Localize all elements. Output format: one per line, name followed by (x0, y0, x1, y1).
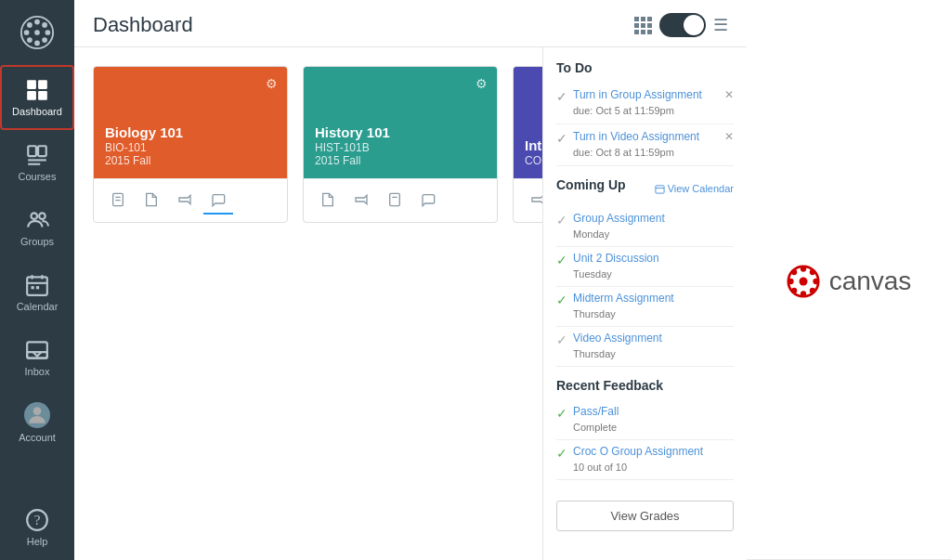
course-assignments-icon-bio101[interactable] (103, 187, 133, 215)
sidebar-item-account[interactable]: Account (0, 390, 74, 455)
feedback-text-0: Pass/Fall Complete (573, 405, 734, 435)
todo-text-1: Turn in Video Assignment due: Oct 8 at 1… (573, 130, 719, 160)
course-gear-hist101[interactable]: ⚙ (476, 76, 488, 91)
course-card-bio101: ⚙ Biology 101 BIO-101 2015 Fall (93, 66, 288, 223)
course-header-hist101: ⚙ History 101 HIST-101B 2015 Fall (304, 67, 497, 178)
coming-link-0[interactable]: Group Assignment (573, 212, 734, 225)
course-footer-comm1010 (514, 178, 542, 222)
course-code-bio101: BIO-101 (105, 141, 276, 154)
course-announcements-icon-hist101[interactable] (346, 187, 376, 215)
header: Dashboard ☰ (74, 0, 747, 47)
todo-section: To Do ✓ Turn in Group Assignment due: Oc… (556, 60, 734, 166)
svg-point-9 (42, 22, 47, 28)
coming-up-section: Coming Up View Calendar ✓ Group Assignme… (556, 177, 734, 367)
grid-view-icon[interactable] (634, 17, 652, 34)
todo-title: To Do (556, 60, 734, 75)
menu-icon[interactable]: ☰ (713, 15, 728, 35)
coming-link-3[interactable]: Video Assignment (573, 332, 734, 345)
course-code-comm1010: COMM 1010 (525, 154, 542, 167)
right-panel: To Do ✓ Turn in Group Assignment due: Oc… (542, 47, 747, 560)
course-announcements-icon-comm1010[interactable] (523, 187, 542, 215)
canvas-logo-panel: canvas (747, 0, 951, 560)
coming-link-2[interactable]: Midterm Assignment (573, 292, 734, 305)
view-calendar-label: View Calendar (668, 183, 734, 194)
svg-rect-15 (38, 146, 46, 156)
course-discussions-icon-hist101[interactable] (413, 187, 443, 215)
page-title: Dashboard (93, 13, 634, 37)
todo-check-icon-0: ✓ (556, 89, 567, 104)
coming-text-3: Video Assignment Thursday (573, 332, 734, 361)
todo-link-1[interactable]: Turn in Video Assignment (573, 130, 719, 143)
todo-close-0[interactable]: ✕ (724, 88, 734, 101)
feedback-link-1[interactable]: Croc O Group Assignment (573, 445, 734, 458)
svg-point-41 (800, 266, 805, 271)
svg-point-2 (34, 20, 40, 25)
coming-check-icon-2: ✓ (556, 293, 567, 307)
sidebar-item-courses[interactable]: Courses (0, 130, 74, 195)
todo-text-0: Turn in Group Assignment due: Oct 5 at 1… (573, 88, 719, 118)
svg-point-45 (791, 269, 797, 275)
coming-day-2: Thursday (573, 308, 616, 319)
svg-point-48 (791, 288, 797, 293)
sidebar-item-inbox[interactable]: Inbox (0, 325, 74, 390)
coming-text-1: Unit 2 Discussion Tuesday (573, 252, 734, 281)
sidebar-item-inbox-label: Inbox (25, 366, 50, 377)
svg-rect-12 (27, 91, 36, 100)
todo-close-1[interactable]: ✕ (724, 130, 734, 143)
course-assignments-icon-hist101[interactable] (380, 187, 410, 215)
course-gear-bio101[interactable]: ⚙ (266, 76, 278, 91)
coming-up-title: Coming Up (556, 177, 626, 192)
course-term-bio101: 2015 Fall (105, 154, 276, 167)
feedback-sub-0: Complete (573, 422, 617, 433)
feedback-link-0[interactable]: Pass/Fall (573, 405, 734, 418)
canvas-logo-svg (787, 265, 820, 298)
course-footer-hist101 (304, 178, 497, 222)
feedback-check-icon-0: ✓ (556, 406, 567, 421)
view-toggle[interactable] (659, 13, 706, 37)
todo-check-icon-1: ✓ (556, 131, 567, 146)
coming-item-3: ✓ Video Assignment Thursday (556, 327, 734, 367)
coming-item-2: ✓ Midterm Assignment Thursday (556, 287, 734, 327)
svg-rect-13 (38, 91, 47, 100)
header-controls: ☰ (634, 13, 728, 37)
todo-link-0[interactable]: Turn in Group Assignment (573, 88, 719, 101)
todo-item-1: ✓ Turn in Video Assignment due: Oct 8 at… (556, 124, 734, 166)
course-name-hist101: History 101 (315, 124, 486, 141)
svg-point-46 (809, 288, 814, 293)
view-grades-button[interactable]: View Grades (556, 501, 734, 531)
sidebar-item-help[interactable]: ? Help (0, 495, 74, 560)
sidebar-logo (0, 0, 74, 65)
sidebar-item-groups-label: Groups (20, 236, 54, 247)
feedback-item-0: ✓ Pass/Fall Complete (556, 400, 734, 440)
svg-text:?: ? (34, 512, 41, 527)
view-calendar-link[interactable]: View Calendar (655, 183, 734, 194)
course-files-icon-hist101[interactable] (313, 187, 343, 215)
coming-item-0: ✓ Group Assignment Monday (556, 207, 734, 247)
course-files-icon-bio101[interactable] (137, 187, 166, 215)
courses-area: ⚙ Biology 101 BIO-101 2015 Fall (74, 47, 542, 560)
courses-grid: ⚙ Biology 101 BIO-101 2015 Fall (93, 66, 524, 223)
svg-point-44 (813, 279, 818, 284)
sidebar-item-dashboard[interactable]: Dashboard (0, 65, 74, 130)
sidebar-help-label: Help (27, 536, 48, 547)
feedback-item-1: ✓ Croc O Group Assignment 10 out of 10 (556, 440, 734, 480)
sidebar-item-groups[interactable]: Groups (0, 195, 74, 260)
sidebar-item-account-label: Account (19, 432, 56, 443)
coming-item-1: ✓ Unit 2 Discussion Tuesday (556, 247, 734, 287)
svg-rect-10 (27, 80, 36, 89)
course-card-comm1010: ⚙ Intro to Communications COMM 1010 (513, 66, 542, 223)
svg-rect-34 (390, 193, 400, 205)
course-announcements-icon-bio101[interactable] (170, 187, 200, 215)
coming-text-2: Midterm Assignment Thursday (573, 292, 734, 321)
canvas-logo-inner: canvas (787, 265, 912, 298)
course-discussions-icon-bio101[interactable] (203, 187, 233, 215)
sidebar-item-dashboard-label: Dashboard (12, 106, 62, 117)
coming-link-1[interactable]: Unit 2 Discussion (573, 252, 734, 265)
svg-point-43 (788, 279, 793, 284)
svg-point-4 (24, 30, 30, 35)
todo-due-1: due: Oct 8 at 11:59pm (573, 147, 674, 158)
recent-feedback-title: Recent Feedback (556, 378, 734, 393)
sidebar-item-calendar[interactable]: Calendar (0, 260, 74, 325)
svg-point-19 (39, 213, 45, 219)
svg-point-6 (27, 22, 33, 28)
